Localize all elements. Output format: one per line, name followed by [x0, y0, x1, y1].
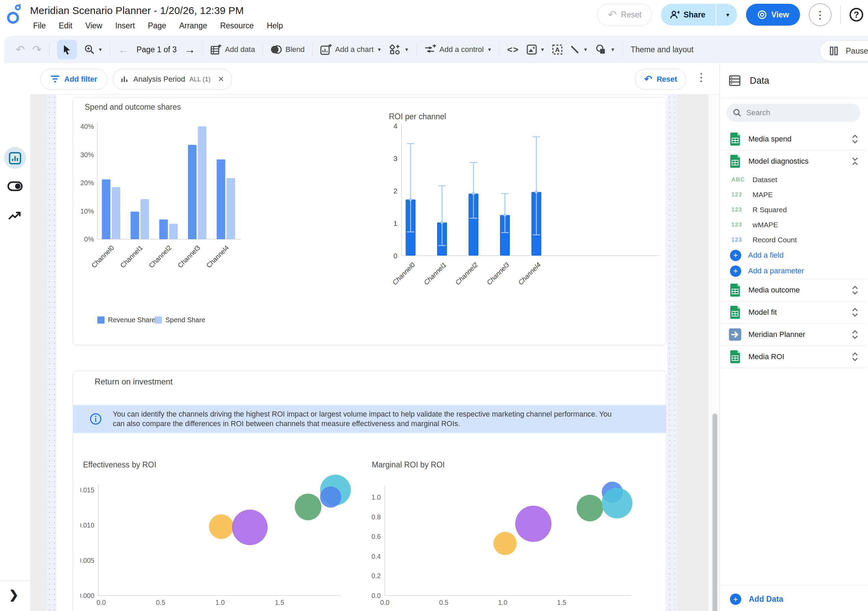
analysis-period-filter-chip[interactable]: Analysis Period ALL (1) ✕	[113, 69, 232, 90]
expand-icon[interactable]	[851, 352, 859, 362]
menu-resource[interactable]: Resource	[214, 19, 260, 33]
insert-shape-button[interactable]: ▼	[595, 44, 615, 55]
insert-image-button[interactable]: ▼	[527, 44, 545, 55]
app-header: Meridian Scenario Planner - 1/20/26, 12:…	[0, 0, 868, 36]
canvas-scrollbar-thumb[interactable]	[713, 414, 717, 611]
svg-text:40%: 40%	[80, 123, 94, 130]
menu-insert[interactable]: Insert	[108, 19, 141, 33]
community-visualizations-button[interactable]: ▼	[389, 44, 409, 55]
add-parameter-button[interactable]: +Add a parameter	[720, 263, 868, 279]
plus-icon: +	[730, 250, 741, 261]
insert-text-button[interactable]: A	[552, 44, 563, 55]
embed-code-icon[interactable]: <>	[507, 44, 519, 55]
data-source-row[interactable]: Model fit	[720, 301, 868, 323]
help-icon[interactable]: ?	[849, 8, 863, 22]
search-icon	[733, 109, 742, 117]
menu-page[interactable]: Page	[141, 19, 173, 33]
bar-chart-roi-per-channel[interactable]: 01234Channel0Channel1Channel2Channel3Cha…	[384, 119, 671, 338]
field-row[interactable]: ABCDataset	[720, 172, 868, 187]
grouped-bar-chart-shares[interactable]: 0%10%20%30%40%Channel0Channel1Channel2Ch…	[80, 116, 272, 338]
bubble-chart-marginal[interactable]: 0.00.20.40.60.81.00.00.51.01.5	[371, 470, 644, 611]
expand-icon[interactable]	[851, 307, 859, 318]
blend-button[interactable]: Blend	[270, 45, 304, 54]
view-button[interactable]: View	[746, 4, 800, 26]
svg-text:Channel1: Channel1	[119, 243, 144, 269]
data-source-row[interactable]: Model diagnostics	[720, 150, 868, 172]
redo-icon[interactable]: ↷	[33, 44, 42, 55]
field-row[interactable]: 123R Squared	[720, 202, 868, 217]
sheets-icon	[728, 350, 742, 364]
add-control-button[interactable]: Add a control ▼	[425, 44, 492, 55]
text-field-icon: ABC	[731, 176, 746, 183]
add-data-icon	[211, 44, 222, 55]
zoom-tool-button[interactable]: ▼	[84, 44, 103, 55]
expand-icon[interactable]	[851, 329, 859, 340]
field-name: MAPE	[752, 191, 773, 199]
search-box[interactable]	[727, 104, 860, 122]
sheets-icon	[728, 283, 742, 297]
field-row[interactable]: 123Record Count	[720, 233, 868, 247]
sheets-icon	[728, 132, 742, 146]
data-source-name: Meridian Planner	[749, 330, 844, 339]
close-icon[interactable]: ✕	[218, 75, 224, 84]
chevron-down-icon: ▼	[487, 47, 492, 52]
theme-layout-button[interactable]: Theme and layout	[631, 45, 693, 54]
page-indicator[interactable]: Page 1 of 3	[136, 45, 177, 54]
add-filter-button[interactable]: Add filter	[40, 69, 107, 90]
rail-expand-icon[interactable]: ❯	[9, 588, 19, 602]
field-row[interactable]: 123wMAPE	[720, 217, 868, 233]
svg-text:Channel3: Channel3	[485, 261, 511, 286]
menu-file[interactable]: File	[27, 19, 52, 33]
menu-edit[interactable]: Edit	[52, 19, 79, 33]
rail-report-icon[interactable]	[0, 151, 30, 165]
svg-text:0.010: 0.010	[80, 521, 94, 529]
chevron-down-icon: ▼	[583, 47, 588, 52]
add-data-button-bottom[interactable]: + Add Data	[720, 585, 868, 605]
header-reset-button[interactable]: ↶ Reset	[597, 4, 652, 26]
search-input[interactable]	[746, 109, 849, 117]
svg-text:0.005: 0.005	[80, 557, 94, 564]
page-back-icon[interactable]: ←	[118, 43, 129, 56]
bubble-chart-effectiveness[interactable]: 0.0000.0050.0100.0150.00.51.01.5	[80, 470, 354, 611]
plus-icon: +	[730, 265, 741, 277]
field-row[interactable]: 123MAPE	[720, 187, 868, 202]
expand-icon[interactable]	[851, 134, 859, 144]
data-source-name: Media spend	[749, 135, 844, 144]
filter-more-options-icon[interactable]: ⋮	[696, 71, 707, 84]
insert-line-button[interactable]: ▼	[570, 45, 588, 54]
data-source-row[interactable]: Media outcome	[720, 279, 868, 301]
rail-trend-icon[interactable]	[0, 211, 30, 221]
page-margin-left	[47, 95, 56, 611]
info-banner-text: You can identify the channels driving th…	[113, 409, 622, 428]
svg-text:2: 2	[393, 187, 397, 195]
pause-updates-button[interactable]: Pause u	[820, 40, 868, 62]
page-forward-icon[interactable]: →	[184, 43, 195, 56]
chevron-down-icon: ▼	[404, 47, 409, 52]
data-source-row[interactable]: Meridian Planner	[720, 324, 868, 346]
share-caret-icon[interactable]: ▼	[720, 4, 737, 26]
svg-text:20%: 20%	[80, 179, 94, 186]
svg-text:0.0: 0.0	[96, 599, 105, 606]
menu-view[interactable]: View	[79, 19, 108, 33]
data-source-row[interactable]: Media spend	[720, 128, 868, 150]
menubar: FileEditViewInsertPageArrangeResourceHel…	[27, 19, 290, 33]
svg-text:0.015: 0.015	[80, 486, 94, 494]
collapse-icon[interactable]	[851, 156, 859, 166]
add-field-button[interactable]: +Add a field	[720, 247, 868, 263]
expand-icon[interactable]	[851, 285, 859, 295]
add-chart-button[interactable]: Add a chart ▼	[320, 44, 382, 55]
filter-reset-button[interactable]: ↶ Reset	[635, 69, 686, 90]
undo-icon: ↶	[644, 74, 652, 84]
select-tool-button[interactable]	[57, 40, 77, 59]
share-button[interactable]: Share ▼	[661, 4, 737, 26]
data-panel: Data Media spendModel diagnosticsABCData…	[720, 63, 868, 611]
add-data-button[interactable]: Add data	[211, 44, 255, 55]
svg-text:Channel4: Channel4	[517, 261, 542, 286]
undo-icon[interactable]: ↶	[16, 44, 25, 55]
menu-arrange[interactable]: Arrange	[172, 19, 214, 33]
sheets-icon	[728, 306, 742, 319]
rail-controls-icon[interactable]	[0, 181, 30, 191]
data-source-row[interactable]: Media ROI	[720, 346, 868, 368]
more-options-button[interactable]: ⋮	[809, 3, 831, 26]
menu-help[interactable]: Help	[260, 19, 290, 33]
